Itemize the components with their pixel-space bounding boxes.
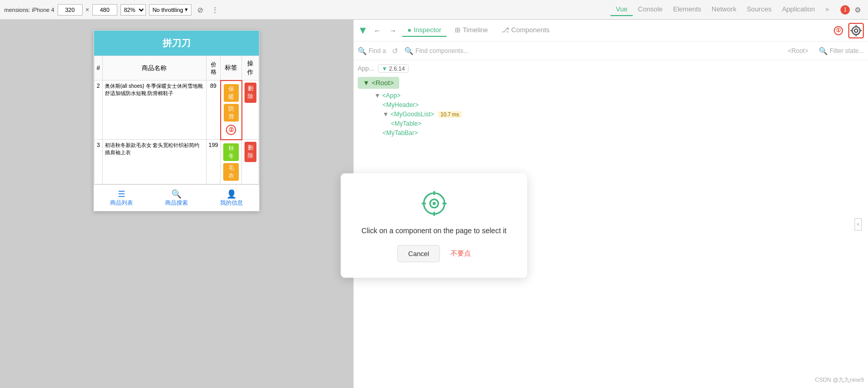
main-layout: 拼刀刀 # 商品名称 价 格 标签 操作 — [0, 20, 868, 388]
target-svg — [419, 189, 449, 218]
node-mygoodslist-label: <MyGoodsList> — [390, 111, 434, 118]
svg-point-8 — [432, 202, 436, 205]
root-node[interactable]: ▼ <Root> — [358, 77, 399, 89]
col-tag: 标签 — [221, 56, 242, 81]
timeline-label: Timeline — [463, 26, 488, 34]
inspector-dot-icon: ● — [408, 26, 412, 34]
vue-arrow-icon: ▼ — [382, 65, 387, 72]
no-throttle-icon[interactable]: ⊘ — [195, 4, 206, 16]
annotation-circle-1: ① — [834, 26, 843, 35]
row-name: 初语秋冬新款毛衣女 套头宽松针织衫简约插肩袖上衣 — [102, 140, 206, 184]
root-node-label: <Root> — [372, 79, 394, 87]
app-label: App... — [358, 65, 374, 72]
table-row: 3 初语秋冬新款毛衣女 套头宽松针织衫简约插肩袖上衣 199 秋冬 毛衣 删除 — [94, 140, 259, 184]
throttle-button[interactable]: No throttling ▾ — [149, 4, 192, 16]
tab-console[interactable]: Console — [633, 3, 668, 16]
node-mytabbar[interactable]: <MyTabBar> — [374, 128, 857, 138]
collapse-panel-button[interactable]: ‹ — [855, 218, 862, 231]
tag-sweater: 毛衣 — [223, 163, 239, 181]
svg-point-1 — [855, 29, 858, 32]
search-icon-small: 🔍 — [358, 47, 367, 55]
root-label: <Root> — [788, 47, 808, 55]
mobile-frame: 拼刀刀 # 商品名称 价 格 标签 操作 — [93, 30, 260, 211]
tab-application[interactable]: Application — [777, 3, 820, 16]
chevron-down-icon: ▾ — [185, 6, 188, 13]
mobile-tabbar: ☰ 商品列表 🔍 商品搜索 👤 我的信息 — [94, 184, 259, 211]
cancel-button[interactable]: Cancel — [397, 245, 440, 262]
filter-state-search[interactable]: 🔍 Filter state... — [819, 47, 864, 55]
version-number: 2.6.14 — [389, 65, 405, 72]
tab-goods-list[interactable]: ☰ 商品列表 — [94, 185, 149, 211]
tab-elements[interactable]: Elements — [668, 3, 707, 16]
tab-network[interactable]: Network — [707, 3, 742, 16]
dev-tabs: Vue Console Elements Network Sources App… — [611, 3, 864, 16]
node-myheader[interactable]: <MyHeader> — [374, 100, 857, 110]
tree-children-goodslist: <MyTable> — [374, 119, 857, 128]
vue-search-bar: 🔍 Find a ↺ 🔍 Find components... <Root> 🔍… — [354, 42, 868, 60]
dialog-actions: Cancel 不要点 — [361, 245, 506, 262]
delete-button-2[interactable]: 删除 — [245, 142, 256, 162]
components-label: Components — [511, 26, 550, 34]
version-badge: ▼ 2.6.14 — [378, 64, 408, 73]
col-price: 价 格 — [206, 56, 220, 81]
row-action[interactable]: 删除 — [242, 81, 259, 140]
timeline-icon: ⊞ — [455, 26, 460, 34]
select-dialog-text: Click on a component on the page to sele… — [361, 226, 506, 234]
collapse-handle: ‹ — [861, 60, 868, 388]
node-app[interactable]: ▼ <App> — [366, 91, 857, 100]
tab-goods-search-label: 商品搜索 — [165, 199, 188, 206]
col-action: 操作 — [242, 56, 259, 81]
row-action[interactable]: 删除 — [242, 140, 259, 184]
row-price: 199 — [206, 140, 220, 184]
list-icon: ☰ — [96, 189, 147, 199]
vue-toolbar: ▼ ← → ● Inspector ⊞ Timeline ⎇ Component… — [354, 20, 868, 42]
delete-button[interactable]: 删除 — [245, 83, 256, 103]
search-icon: 🔍 — [151, 189, 202, 199]
toolbar-right-icons: ① — [834, 23, 864, 38]
node-mygoodslist-arrow: ▼ — [383, 111, 390, 118]
tag-warmth: 保暖 — [224, 84, 239, 102]
node-mytabbar-label: <MyTabBar> — [383, 129, 418, 137]
tab-sources[interactable]: Sources — [741, 3, 777, 16]
node-mygoodslist[interactable]: ▼ <MyGoodsList> 10.7 ms — [374, 110, 857, 119]
find-a-search[interactable]: 🔍 Find a — [358, 47, 386, 55]
annotation-circle-2: ② — [226, 125, 236, 135]
vue-tab-components[interactable]: ⎇ Components — [496, 24, 555, 37]
tab-my-info[interactable]: 👤 我的信息 — [204, 185, 259, 211]
width-input[interactable] — [58, 4, 83, 16]
notap-button[interactable]: 不要点 — [451, 249, 471, 258]
more-options-button[interactable]: ⋮ — [209, 6, 221, 14]
mobile-preview-panel: 拼刀刀 # 商品名称 价 格 标签 操作 — [0, 20, 353, 388]
user-icon: 👤 — [206, 189, 257, 199]
browser-toolbar: mensions: iPhone 4 × 82% No throttling ▾… — [0, 0, 868, 20]
row-id: 2 — [94, 81, 103, 140]
find-components-search[interactable]: 🔍 Find components... — [404, 47, 468, 55]
tag-antislip: 防滑 — [224, 104, 239, 122]
watermark: CSDN @九九nine9 — [815, 376, 864, 384]
tab-badges: 1 ⚙ — [838, 4, 864, 16]
vue-tab-inspector[interactable]: ● Inspector — [402, 24, 446, 37]
tab-vue[interactable]: Vue — [611, 3, 633, 16]
refresh-icon[interactable]: ↺ — [392, 47, 398, 55]
toolbar-left: mensions: iPhone 4 × 82% No throttling ▾… — [4, 4, 596, 16]
dimensions-label: mensions: iPhone 4 — [4, 7, 55, 13]
col-name: 商品名称 — [102, 56, 206, 81]
dots-icon: ⋮ — [211, 6, 219, 14]
select-component-button[interactable] — [848, 23, 864, 38]
badge-messages: 1 — [840, 5, 850, 15]
inspector-label: Inspector — [414, 26, 441, 34]
node-mytable[interactable]: <MyTable> — [383, 119, 857, 128]
find-components-label: Find components... — [415, 47, 468, 55]
height-input[interactable] — [92, 4, 117, 16]
node-mytable-label: <MyTable> — [391, 120, 422, 127]
back-button[interactable]: ← — [371, 25, 384, 36]
find-a-label: Find a — [369, 47, 386, 55]
tab-more[interactable]: » — [820, 3, 834, 16]
vue-tab-timeline[interactable]: ⊞ Timeline — [450, 24, 493, 37]
row-tags-highlighted: 保暖 防滑 ② — [221, 81, 242, 140]
vue-component-tree: App... ▼ 2.6.14 ▼ <Root> ▼ <App> — [354, 60, 861, 388]
tab-goods-search[interactable]: 🔍 商品搜索 — [149, 185, 204, 211]
settings-icon[interactable]: ⚙ — [852, 4, 864, 16]
forward-button[interactable]: → — [387, 25, 399, 36]
zoom-select[interactable]: 82% — [120, 4, 146, 16]
